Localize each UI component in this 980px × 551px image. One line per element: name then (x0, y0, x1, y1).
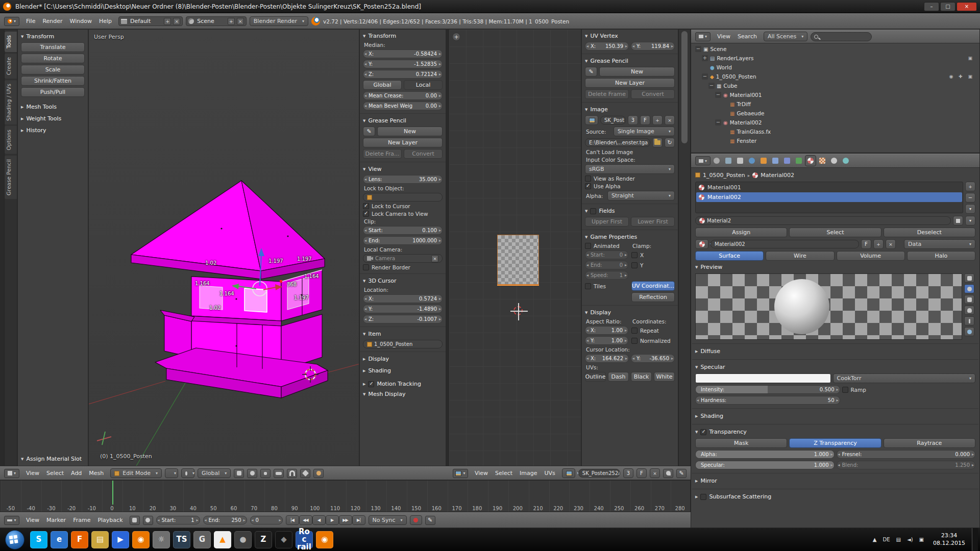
new-material-button[interactable] (873, 239, 884, 249)
current-frame-field[interactable]: 0 (250, 516, 283, 524)
outliner-row[interactable]: ● World (693, 63, 977, 72)
taskbar-blender2-icon[interactable]: ◉ (316, 531, 333, 548)
start-button[interactable] (5, 530, 24, 549)
outliner-item-label[interactable]: RenderLayers (717, 55, 753, 61)
taskbar-mediaplayer-icon[interactable]: ▶ (112, 531, 129, 548)
playback-button[interactable]: ◀ (312, 515, 326, 525)
name-options-icon[interactable] (965, 216, 975, 226)
clip-end-field[interactable]: End:1000.000 (363, 236, 443, 245)
menu-item[interactable]: Select (492, 469, 516, 478)
tab-material-icon[interactable] (805, 156, 816, 166)
add-slot-button[interactable] (965, 182, 975, 191)
median-z-field[interactable]: Z:0.72124 (363, 70, 443, 79)
record-button[interactable] (410, 515, 422, 525)
scene-selector[interactable]: Scene (186, 16, 247, 26)
colorspace-select[interactable]: sRGB (585, 164, 675, 174)
material-slot-2[interactable]: Material002 (696, 192, 962, 202)
playback-button[interactable]: ▶| (352, 515, 365, 525)
delete-scene-button[interactable] (237, 18, 244, 25)
tab-render-layers-icon[interactable] (723, 156, 733, 166)
panel-header-game-properties[interactable]: Game Properties (585, 233, 675, 241)
scrollbar-thumb[interactable] (681, 31, 688, 143)
panel-header[interactable]: Shading (363, 366, 443, 375)
panel-header-grease-pencil[interactable]: Grease Pencil (363, 116, 443, 125)
lower-first-toggle[interactable]: Lower First (631, 217, 675, 227)
material-browse-icon[interactable] (695, 239, 708, 249)
menu-item[interactable]: Search (734, 32, 761, 41)
clamp-x-checkbox[interactable] (631, 252, 638, 258)
tab-world-icon[interactable] (747, 156, 757, 166)
hardness-field[interactable]: Hardness:50 (695, 396, 840, 405)
breadcrumb-material[interactable]: Material002 (761, 172, 794, 179)
clamp-y-checkbox[interactable] (631, 262, 638, 268)
tray-icon[interactable]: ▲ (870, 537, 879, 542)
panel-header-motion-tracking[interactable]: Motion Tracking (363, 380, 443, 388)
render-border-checkbox[interactable] (363, 264, 369, 270)
upper-first-toggle[interactable]: Upper First (585, 217, 629, 227)
outliner-item-label[interactable]: Fenster (737, 138, 756, 144)
timeline-editor[interactable]: -50-40-30-20-100102030405060708090100110… (0, 480, 691, 512)
outliner-row[interactable]: − ◆ 1_0500_Posten ◉ ✚ ▣ (693, 72, 977, 81)
view3d-editor-type-icon[interactable] (4, 469, 19, 478)
raytrace-toggle[interactable]: Raytrace (884, 438, 975, 448)
preview-monkey-icon[interactable] (964, 306, 974, 315)
restriction-icons[interactable]: ▣ (968, 56, 977, 61)
menu-item[interactable]: Add (67, 469, 85, 478)
outliner-row[interactable]: ▦ Gebaeude (693, 109, 977, 118)
tab-texture-icon[interactable] (817, 156, 827, 166)
tray-icon[interactable]: DE (880, 537, 892, 542)
outliner-item-label[interactable]: TrDiff (737, 101, 750, 107)
unlink-image-button[interactable] (650, 468, 660, 478)
panel-header[interactable]: Mesh Tools (21, 103, 85, 111)
menu-item[interactable]: Mesh (85, 469, 107, 478)
mean-crease-field[interactable]: Mean Crease:0.00 (363, 91, 443, 100)
menu-item[interactable]: Render (39, 17, 66, 26)
expand-toggle-icon[interactable]: − (708, 83, 715, 89)
panel-header-image[interactable]: Image (585, 105, 675, 114)
panel-header-transform[interactable]: Transform (363, 32, 443, 40)
mean-bevel-field[interactable]: Mean Bevel Weig0.00 (363, 102, 443, 110)
viewport-3d-canvas[interactable]: User Persp (0) 1_0500_Posten 1.021.1641.… (88, 29, 359, 466)
tab-data-icon[interactable] (794, 156, 804, 166)
taskbar-clock[interactable]: 23:34 08.12.2015 (929, 532, 969, 547)
select-button[interactable]: Select (789, 228, 881, 237)
median-y-field[interactable]: Y:-1.52835 (363, 60, 443, 68)
fresnel-field[interactable]: Fresnel:0.000 (837, 450, 976, 459)
image-users-button[interactable]: 3 (628, 115, 638, 125)
slot-specials-menu[interactable] (965, 204, 975, 214)
restriction-icons[interactable]: ◉ ✚ ▣ (949, 74, 977, 79)
expand-toggle-icon[interactable]: − (695, 46, 701, 52)
tray-icon[interactable]: ▣ (917, 537, 926, 542)
outliner-row[interactable]: ▦ Fenster (693, 136, 977, 145)
image-users-button[interactable]: 3 (623, 468, 633, 478)
outliner-scope-select[interactable]: All Scenes (764, 32, 807, 41)
motion-tracking-checkbox[interactable] (368, 381, 374, 387)
lock-object-field[interactable] (363, 193, 443, 202)
panel-header-mirror[interactable]: Mirror (695, 477, 975, 485)
open-file-button[interactable] (652, 138, 663, 147)
menu-item[interactable]: Frame (69, 516, 94, 524)
close-button[interactable]: × (957, 2, 977, 11)
delete-layout-button[interactable] (173, 18, 180, 25)
frame-start-field[interactable]: Start:1 (156, 516, 200, 524)
type-wire-toggle[interactable]: Wire (766, 251, 834, 261)
blender-app-icon[interactable] (3, 3, 11, 11)
panel-header-3d-cursor[interactable]: 3D Cursor (363, 277, 443, 285)
properties-editor-type-icon[interactable] (695, 156, 710, 165)
menu-item[interactable]: View (471, 469, 492, 478)
toolshelf-tab[interactable]: Grease Pencil (5, 156, 17, 199)
uv-coordinates-toggle[interactable]: UV Coordinat... (631, 281, 675, 291)
tool-button[interactable]: Rotate (21, 54, 85, 63)
pivot-point-select[interactable] (181, 468, 194, 478)
frame-end-field[interactable]: End:250 (203, 516, 247, 524)
taskbar-firefox-icon[interactable]: F (71, 531, 88, 548)
snap-element-select[interactable] (300, 469, 310, 478)
alpha-mode-select[interactable]: Straight (607, 191, 675, 201)
anim-speed-field[interactable]: Speed:1 (585, 271, 628, 280)
expand-toggle-icon[interactable]: − (702, 73, 708, 80)
cursor-y-field[interactable]: Y:-1.4890 (363, 305, 443, 313)
lens-field[interactable]: Lens:35.000 (363, 175, 443, 184)
add-scene-button[interactable] (228, 18, 235, 25)
lock-camera-checkbox[interactable] (363, 211, 369, 217)
specular-alpha-slider[interactable]: Specular:1.000 (695, 461, 835, 469)
